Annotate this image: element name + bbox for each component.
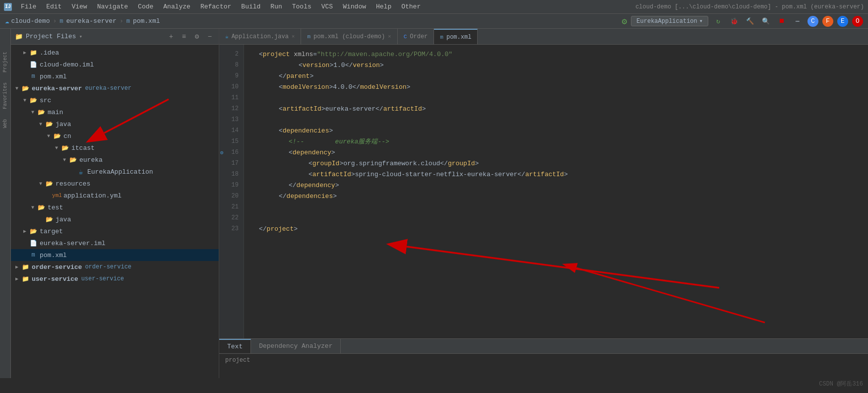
tree-pom-eureka[interactable]: m pom.xml: [11, 249, 219, 261]
menu-navigate[interactable]: Navigate: [93, 2, 132, 11]
hide-btn[interactable]: −: [205, 32, 215, 42]
more-btn[interactable]: ⋯: [792, 15, 804, 27]
strip-project[interactable]: Project: [1, 49, 9, 75]
editor-tabs: ☕ Application.java × m pom.xml (cloud-de…: [219, 29, 868, 45]
tab-order[interactable]: C Order: [398, 29, 434, 44]
breadcrumb-cloud-demo[interactable]: cloud-demo: [11, 17, 50, 25]
code-content[interactable]: <project xmlns="http://maven.apache.org/…: [251, 45, 868, 338]
eureka-pkg-icon: 📂: [68, 155, 77, 164]
bottom-panel: Text Dependency Analyzer project: [219, 338, 868, 378]
bottom-content: project: [219, 354, 868, 367]
menu-other[interactable]: Other: [397, 2, 425, 11]
tree-cloud-demo-iml[interactable]: 📄 cloud-demo.iml: [11, 59, 219, 70]
run-config-selector[interactable]: EurekaApplication ▾: [631, 16, 708, 26]
java-tab-icon: ☕: [225, 33, 229, 40]
collapse-btn[interactable]: ≡: [179, 32, 189, 42]
breadcrumb-eureka-server[interactable]: eureka-server: [66, 17, 116, 25]
tree-application-yml[interactable]: yml application.yml: [11, 190, 219, 201]
sidebar-title: 📁 Project Files ▾: [15, 33, 82, 41]
xml-active-tab-icon: m: [440, 34, 443, 40]
code-line-21: [259, 201, 868, 212]
menu-refactor[interactable]: Refactor: [196, 2, 235, 11]
debug-btn[interactable]: 🐞: [728, 15, 740, 27]
menu-view[interactable]: View: [67, 2, 91, 11]
window-title: cloud-demo [...\cloud-demo\cloud-demo] -…: [635, 3, 864, 10]
other-browser-icon[interactable]: O: [852, 16, 863, 27]
tab-pom-eureka[interactable]: m pom.xml: [434, 29, 478, 44]
edge-icon[interactable]: E: [837, 16, 848, 27]
menu-file[interactable]: File: [17, 2, 40, 11]
code-line-13: [259, 114, 868, 125]
gutter-left: [244, 45, 251, 338]
tree-idea[interactable]: ▶ 📁 .idea: [11, 47, 219, 59]
menu-build[interactable]: Build: [237, 2, 264, 11]
menu-edit[interactable]: Edit: [42, 2, 65, 11]
tree-eureka-server[interactable]: ▼ 📂 eureka-server eureka-server: [11, 82, 219, 94]
code-line-10: <modelVersion>4.0.0</modelVersion>: [259, 81, 868, 92]
strip-favorites[interactable]: Favorites: [1, 79, 9, 112]
code-editor[interactable]: 2 8 9 10 11 12 13 14 15 ⊙ 16 17: [219, 45, 868, 338]
menu-help[interactable]: Help: [372, 2, 395, 11]
java-folder-icon: 📂: [45, 120, 54, 129]
tree-resources[interactable]: ▼ 📂 resources: [11, 178, 219, 190]
tab-close-app[interactable]: ×: [292, 34, 295, 40]
chrome-tab-icon: C: [404, 34, 407, 40]
editor-area: ☕ Application.java × m pom.xml (cloud-de…: [219, 29, 868, 378]
menu-run[interactable]: Run: [266, 2, 286, 11]
tree-java[interactable]: ▼ 📂 java: [11, 118, 219, 130]
menu-code[interactable]: Code: [134, 2, 157, 11]
tab-close-pom-cloud[interactable]: ×: [388, 34, 391, 40]
build-btn[interactable]: 🔨: [744, 15, 756, 27]
java-test-folder-icon: 📂: [45, 215, 54, 224]
module-icon: m: [60, 18, 63, 25]
tree-eureka-iml[interactable]: 📄 eureka-server.iml: [11, 237, 219, 249]
tree-test[interactable]: ▼ 📂 test: [11, 201, 219, 213]
test-folder-icon: 📂: [37, 203, 46, 212]
bottom-tab-text[interactable]: Text: [219, 339, 251, 353]
code-line-9: </parent>: [259, 70, 868, 81]
tree-main[interactable]: ▼ 📂 main: [11, 106, 219, 118]
menu-window[interactable]: Window: [339, 2, 370, 11]
menu-analyze[interactable]: Analyze: [159, 2, 194, 11]
stop-btn[interactable]: ⏹: [776, 15, 788, 27]
code-line-15: <!-- eureka服务端-->: [259, 136, 868, 147]
tree-cn[interactable]: ▼ 📂 cn: [11, 130, 219, 142]
tree-itcast[interactable]: ▼ 📂 itcast: [11, 142, 219, 154]
breadcrumb-pom[interactable]: pom.xml: [133, 17, 160, 25]
settings-btn[interactable]: ⚙: [192, 32, 202, 42]
tab-pom-cloud[interactable]: m pom.xml (cloud-demo) ×: [301, 29, 397, 44]
tree-eureka-pkg[interactable]: ▼ 📂 eureka: [11, 154, 219, 166]
tree-order-service[interactable]: ▶ 📁 order-service order-service: [11, 261, 219, 273]
firefox-icon[interactable]: F: [822, 16, 833, 27]
folder-icon: 📁: [29, 48, 38, 57]
tree-eureka-application[interactable]: ☕ EurekaApplication: [11, 166, 219, 178]
target-folder-icon: 📂: [29, 227, 38, 236]
order-folder-icon: 📁: [21, 262, 30, 271]
tree-target[interactable]: ▶ 📂 target: [11, 225, 219, 237]
tree-user-service[interactable]: ▶ 📁 user-service user-service: [11, 273, 219, 285]
search-btn[interactable]: 🔍: [760, 15, 772, 27]
watermark: CSDN @阿岳316: [819, 380, 863, 388]
main-folder-icon: 📂: [37, 108, 46, 117]
tree-src[interactable]: ▼ 📂 src: [11, 94, 219, 106]
code-line-18: <artifactId>spring-cloud-starter-netflix…: [259, 169, 868, 180]
app-logo: IJ: [4, 3, 12, 11]
tree-java-test[interactable]: 📂 java: [11, 213, 219, 225]
iml-icon: 📄: [29, 60, 38, 69]
chrome-icon[interactable]: C: [807, 16, 818, 27]
menu-vcs[interactable]: VCS: [317, 2, 337, 11]
code-line-12: <artifactId>eureka-server</artifactId>: [259, 103, 868, 114]
line-numbers: 2 8 9 10 11 12 13 14 15 ⊙ 16 17: [219, 45, 244, 338]
bottom-tab-dependency[interactable]: Dependency Analyzer: [251, 339, 341, 353]
new-file-btn[interactable]: +: [166, 32, 176, 42]
tree-pom-root[interactable]: m pom.xml: [11, 70, 219, 82]
menu-tools[interactable]: Tools: [288, 2, 315, 11]
refresh-btn[interactable]: ↻: [712, 15, 724, 27]
main-layout: Project Favorites Web 📁 Project Files ▾ …: [0, 29, 868, 378]
strip-web[interactable]: Web: [1, 116, 9, 131]
tab-app-java[interactable]: ☕ Application.java ×: [219, 29, 301, 44]
editor-container: 2 8 9 10 11 12 13 14 15 ⊙ 16 17: [219, 45, 868, 338]
run-icon[interactable]: ⚙: [622, 16, 627, 27]
code-line-23: </project>: [259, 223, 868, 234]
code-line-16: <dependency>: [259, 147, 868, 158]
